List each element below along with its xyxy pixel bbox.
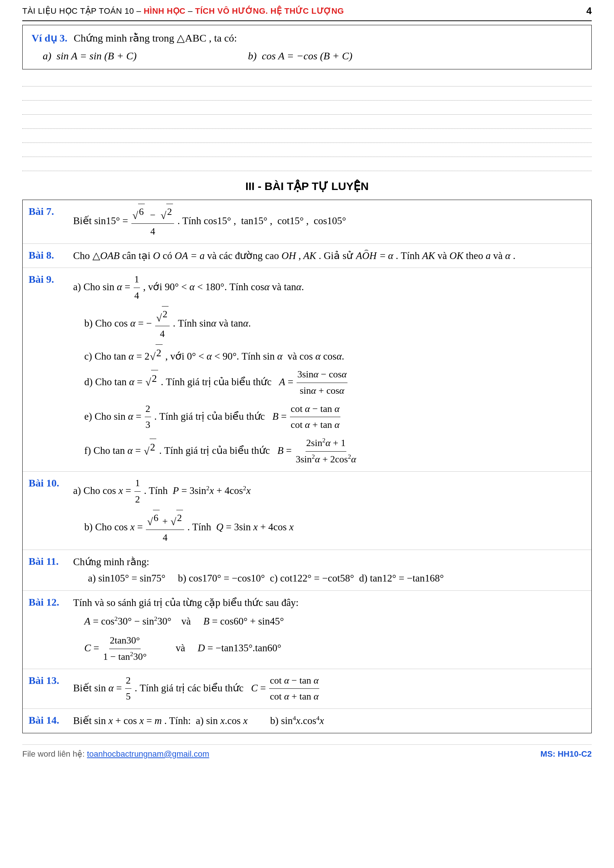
vidu3-label: Ví dụ 3. xyxy=(31,32,68,44)
ex9-content: a) Cho sin α = 1 4 , với 90° < α < 180°.… xyxy=(73,272,585,468)
footer-email[interactable]: toanhocbactrungnam@gmail.com xyxy=(87,749,209,758)
header-text4: TÍCH VÔ HƯỚNG. HỆ THỨC LƯỢNG xyxy=(195,6,344,16)
ex9e: e) Cho sin α = 2 3 . Tính giá trị của bi… xyxy=(84,401,585,434)
footer-ms: MS: HH10-C2 xyxy=(541,748,592,760)
ex14-content: Biết sin x + cos x = m . Tính: a) sin x.… xyxy=(73,713,585,729)
exercises-box: Bài 7. Biết sin15° = 6 − 2 4 . Tính cos1… xyxy=(22,200,592,733)
ex10a: a) Cho cos x = 1 2 . Tính P = 3sin2x + 4… xyxy=(73,485,251,496)
exercise-row-11: Bài 11. Chứng minh rằng: a) sin105° = si… xyxy=(23,550,591,591)
ex7-content: Biết sin15° = 6 − 2 4 . Tính cos15° , ta… xyxy=(73,204,585,240)
answer-lines xyxy=(22,73,592,171)
dotted-line-1 xyxy=(22,73,592,87)
ex9-num: Bài 9. xyxy=(29,272,73,287)
dotted-line-3 xyxy=(22,101,592,115)
exercise-row-12: Bài 12. Tính và so sánh giá trị của từng… xyxy=(23,591,591,669)
ex10-num: Bài 10. xyxy=(29,475,73,491)
ex12-row2: C = 2tan30° 1 − tan230° và D = −tan135°.… xyxy=(84,633,585,665)
dotted-line-2 xyxy=(22,87,592,101)
ex11-num: Bài 11. xyxy=(29,554,73,569)
ex10b: b) Cho cos x = 6 + 2 4 . Tính Q = 3sin x… xyxy=(84,510,585,546)
ex11-content: Chứng minh rằng: a) sin105° = sin75° b) … xyxy=(73,554,585,587)
page-header: TÀI LIỆU HỌC TẬP TOÁN 10 – HÌNH HỌC – TÍ… xyxy=(22,0,592,21)
dotted-line-5 xyxy=(22,130,592,143)
ex14-num: Bài 14. xyxy=(29,713,73,728)
ex7-frac: 6 − 2 4 xyxy=(132,204,174,240)
ex11-sub: a) sin105° = sin75° b) cos170° = −cos10°… xyxy=(88,573,444,584)
dotted-line-7 xyxy=(22,158,592,171)
ex12-num: Bài 12. xyxy=(29,595,73,610)
exercise-row-14: Bài 14. Biết sin x + cos x = m . Tính: a… xyxy=(23,709,591,733)
ex9b: b) Cho cos α = − 2 4 . Tính sinα và tanα… xyxy=(84,306,585,342)
ex10-content: a) Cho cos x = 1 2 . Tính P = 3sin2x + 4… xyxy=(73,475,585,546)
header-text3: – xyxy=(186,6,195,16)
ex13-content: Biết sin α = 2 5 . Tính giá trị các biểu… xyxy=(73,673,585,705)
footer-file-text: File word liên hệ: xyxy=(22,749,87,758)
ex12-content: Tính và so sánh giá trị của từng cặp biể… xyxy=(73,595,585,665)
exercise-row-7: Bài 7. Biết sin15° = 6 − 2 4 . Tính cos1… xyxy=(23,200,591,244)
page-number: 4 xyxy=(586,4,592,18)
dotted-line-6 xyxy=(22,144,592,157)
exercise-row-9: Bài 9. a) Cho sin α = 1 4 , với 90° < α … xyxy=(23,268,591,472)
dotted-line-4 xyxy=(22,115,592,129)
exercise-row-8: Bài 8. Cho △OAB cân tại O có OA = a và c… xyxy=(23,244,591,268)
header-text1: TÀI LIỆU HỌC TẬP TOÁN 10 – xyxy=(22,6,144,16)
ex13-num: Bài 13. xyxy=(29,673,73,688)
ex12-row1: A = cos230° − sin230° và B = cos60° + si… xyxy=(84,613,585,630)
header-title: TÀI LIỆU HỌC TẬP TOÁN 10 – HÌNH HỌC – TÍ… xyxy=(22,5,344,17)
vidu3-ab-row: a) sin A = sin (B + C) b) cos A = −cos (… xyxy=(43,48,583,64)
ex8-content: Cho △OAB cân tại O có OA = a và các đườn… xyxy=(73,248,585,264)
ex7-num: Bài 7. xyxy=(29,204,73,219)
ex9a: a) Cho sin α = 1 4 , với 90° < α < 180°.… xyxy=(73,281,304,293)
footer-file: File word liên hệ: toanhocbactrungnam@gm… xyxy=(22,748,209,760)
vidu3-box: Ví dụ 3. Chứng minh rằng trong △ABC , ta… xyxy=(22,25,592,70)
page-footer: File word liên hệ: toanhocbactrungnam@gm… xyxy=(22,744,592,760)
exercise-row-13: Bài 13. Biết sin α = 2 5 . Tính giá trị … xyxy=(23,669,591,709)
ex9d: d) Cho tan α = 2 . Tính giá trị của biểu… xyxy=(84,367,585,399)
ex8-num: Bài 8. xyxy=(29,248,73,263)
vidu3-desc: Chứng minh rằng trong △ABC , ta có: xyxy=(74,32,237,44)
ex9f: f) Cho tan α = 2 . Tính giá trị của biểu… xyxy=(84,435,585,468)
header-text2: HÌNH HỌC xyxy=(144,6,186,16)
vidu3-b: b) cos A = −cos (B + C) xyxy=(248,48,352,64)
ex9c: c) Cho tan α = 22 , với 0° < α < 90°. Tí… xyxy=(84,344,585,364)
vidu3-a: a) sin A = sin (B + C) xyxy=(43,48,136,64)
section-title: III - BÀI TẬP TỰ LUYỆN xyxy=(22,178,592,194)
exercise-row-10: Bài 10. a) Cho cos x = 1 2 . Tính P = 3s… xyxy=(23,472,591,550)
